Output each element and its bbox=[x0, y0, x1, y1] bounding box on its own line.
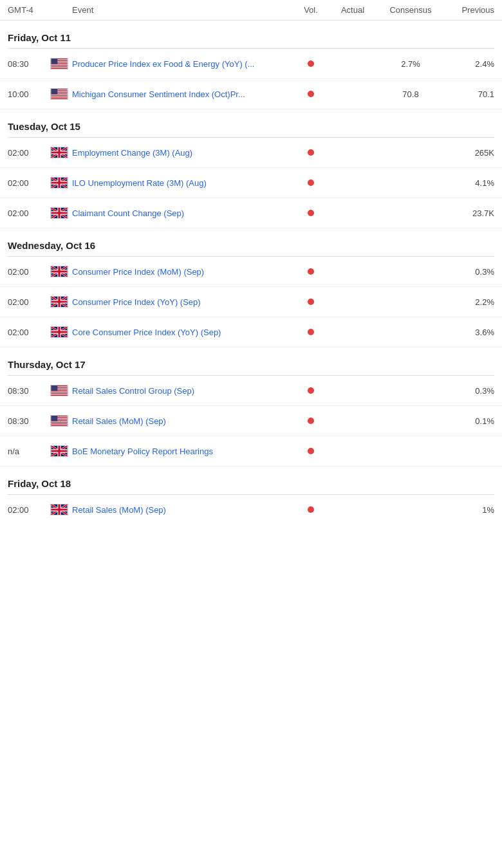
event-previous: 0.3% bbox=[443, 386, 494, 396]
volatility-dot bbox=[308, 180, 314, 186]
event-previous: 70.1 bbox=[443, 89, 494, 99]
uk-flag bbox=[46, 445, 72, 457]
event-time: 02:00 bbox=[8, 297, 46, 307]
event-name[interactable]: Retail Sales Control Group (Sep) bbox=[72, 386, 295, 396]
event-volatility bbox=[295, 91, 327, 97]
uk-flag bbox=[46, 266, 72, 277]
volatility-dot bbox=[308, 91, 314, 97]
us-flag bbox=[46, 58, 72, 69]
event-volatility bbox=[295, 448, 327, 454]
event-name[interactable]: ILO Unemployment Rate (3M) (Aug) bbox=[72, 178, 295, 188]
volatility-dot bbox=[308, 448, 314, 454]
event-previous: 3.6% bbox=[443, 328, 494, 337]
table-row: 08:30Retail Sales Control Group (Sep)0.3… bbox=[0, 376, 502, 406]
section-header-4: Friday, Oct 18 bbox=[0, 466, 502, 494]
volatility-dot bbox=[308, 506, 314, 513]
event-name[interactable]: Consumer Price Index (YoY) (Sep) bbox=[72, 297, 295, 307]
event-name[interactable]: Retail Sales (MoM) (Sep) bbox=[72, 416, 295, 426]
table-row: 02:00ILO Unemployment Rate (3M) (Aug)4.1… bbox=[0, 168, 502, 198]
event-consensus: 2.7% bbox=[378, 59, 443, 69]
header-event: Event bbox=[72, 5, 295, 15]
section-header-0: Friday, Oct 11 bbox=[0, 21, 502, 48]
event-time: n/a bbox=[8, 447, 46, 456]
event-name[interactable]: Michigan Consumer Sentiment Index (Oct)P… bbox=[72, 89, 295, 99]
event-time: 02:00 bbox=[8, 208, 46, 218]
event-name[interactable]: Consumer Price Index (MoM) (Sep) bbox=[72, 267, 295, 277]
event-previous: 2.2% bbox=[443, 297, 494, 307]
event-time: 02:00 bbox=[8, 178, 46, 188]
header-timezone: GMT-4 bbox=[8, 5, 46, 15]
event-volatility bbox=[295, 387, 327, 394]
event-volatility bbox=[295, 180, 327, 186]
event-time: 10:00 bbox=[8, 89, 46, 99]
us-flag bbox=[46, 88, 72, 100]
volatility-dot bbox=[308, 329, 314, 335]
event-previous: 0.1% bbox=[443, 416, 494, 426]
header-vol: Vol. bbox=[295, 5, 327, 15]
event-name[interactable]: Core Consumer Price Index (YoY) (Sep) bbox=[72, 328, 295, 337]
event-previous: 4.1% bbox=[443, 178, 494, 188]
event-volatility bbox=[295, 299, 327, 305]
section-header-1: Tuesday, Oct 15 bbox=[0, 109, 502, 137]
header-actual: Actual bbox=[327, 5, 378, 15]
volatility-dot bbox=[308, 299, 314, 305]
volatility-dot bbox=[308, 210, 314, 216]
events-container: Friday, Oct 1108:30Producer Price Index … bbox=[0, 21, 502, 524]
table-row: 10:00Michigan Consumer Sentiment Index (… bbox=[0, 79, 502, 109]
event-time: 08:30 bbox=[8, 386, 46, 396]
volatility-dot bbox=[308, 268, 314, 275]
volatility-dot bbox=[308, 60, 314, 67]
event-previous: 1% bbox=[443, 505, 494, 515]
table-row: 08:30Retail Sales (MoM) (Sep)0.1% bbox=[0, 406, 502, 436]
event-time: 02:00 bbox=[8, 328, 46, 337]
event-time: 02:00 bbox=[8, 267, 46, 277]
table-header: GMT-4 Event Vol. Actual Consensus Previo… bbox=[0, 0, 502, 21]
header-consensus: Consensus bbox=[378, 5, 443, 15]
section-header-3: Thursday, Oct 17 bbox=[0, 347, 502, 375]
table-row: 02:00Retail Sales (MoM) (Sep)1% bbox=[0, 495, 502, 524]
us-flag bbox=[46, 415, 72, 427]
table-row: 02:00Consumer Price Index (YoY) (Sep)2.2… bbox=[0, 287, 502, 317]
uk-flag bbox=[46, 207, 72, 219]
event-previous: 2.4% bbox=[443, 59, 494, 69]
table-row: 02:00Core Consumer Price Index (YoY) (Se… bbox=[0, 317, 502, 347]
event-previous: 0.3% bbox=[443, 267, 494, 277]
uk-flag bbox=[46, 504, 72, 515]
event-name[interactable]: BoE Monetary Policy Report Hearings bbox=[72, 447, 295, 456]
uk-flag bbox=[46, 296, 72, 308]
event-name[interactable]: Employment Change (3M) (Aug) bbox=[72, 148, 295, 158]
volatility-dot bbox=[308, 387, 314, 394]
event-consensus: 70.8 bbox=[378, 89, 443, 99]
table-row: 02:00Consumer Price Index (MoM) (Sep)0.3… bbox=[0, 257, 502, 287]
volatility-dot bbox=[308, 418, 314, 424]
event-time: 02:00 bbox=[8, 505, 46, 515]
event-volatility bbox=[295, 210, 327, 216]
table-row: 02:00Claimant Count Change (Sep)23.7K bbox=[0, 198, 502, 228]
uk-flag bbox=[46, 326, 72, 338]
event-volatility bbox=[295, 60, 327, 67]
event-volatility bbox=[295, 149, 327, 156]
uk-flag bbox=[46, 177, 72, 189]
header-previous: Previous bbox=[443, 5, 494, 15]
event-previous: 265K bbox=[443, 148, 494, 158]
event-name[interactable]: Retail Sales (MoM) (Sep) bbox=[72, 505, 295, 515]
table-row: 02:00Employment Change (3M) (Aug)265K bbox=[0, 138, 502, 168]
section-header-2: Wednesday, Oct 16 bbox=[0, 228, 502, 256]
event-volatility bbox=[295, 418, 327, 424]
event-volatility bbox=[295, 506, 327, 513]
event-time: 08:30 bbox=[8, 416, 46, 426]
event-time: 02:00 bbox=[8, 148, 46, 158]
event-name[interactable]: Producer Price Index ex Food & Energy (Y… bbox=[72, 59, 295, 69]
uk-flag bbox=[46, 147, 72, 158]
table-row: n/aBoE Monetary Policy Report Hearings bbox=[0, 436, 502, 466]
event-time: 08:30 bbox=[8, 59, 46, 69]
event-volatility bbox=[295, 329, 327, 335]
us-flag bbox=[46, 385, 72, 396]
table-row: 08:30Producer Price Index ex Food & Ener… bbox=[0, 49, 502, 79]
volatility-dot bbox=[308, 149, 314, 156]
event-name[interactable]: Claimant Count Change (Sep) bbox=[72, 208, 295, 218]
event-volatility bbox=[295, 268, 327, 275]
event-previous: 23.7K bbox=[443, 208, 494, 218]
